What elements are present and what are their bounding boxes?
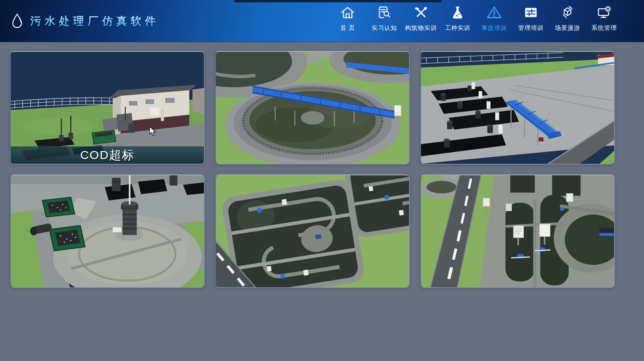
internship-icon	[376, 5, 392, 21]
nav-label: 工种实训	[445, 24, 470, 32]
nav-label: 构筑物实训	[405, 24, 437, 32]
nav-label: 管理培训	[518, 24, 544, 32]
nav-label: 首 页	[340, 24, 355, 32]
top-header: 污水处理厂仿真软件 首 页 实习认知	[0, 0, 644, 42]
app-logo: 污水处理厂仿真软件	[0, 0, 159, 42]
scene-card-digester[interactable]	[10, 175, 205, 288]
water-drop-icon	[10, 13, 24, 29]
main-nav: 首 页 实习认知 构筑物实训	[329, 0, 644, 42]
card-label: COD超标	[11, 146, 204, 164]
nav-label: 事故培训	[482, 24, 507, 32]
nav-item-7[interactable]: 系统管理	[586, 5, 622, 42]
scene-card-rect-tank[interactable]	[420, 51, 615, 165]
scene-card-ditch-road[interactable]	[420, 175, 615, 288]
app-title: 污水处理厂仿真软件	[30, 14, 159, 28]
clipped-top-banner	[234, 0, 442, 2]
scene-oxidation-ditch-aerial	[216, 175, 409, 287]
system-gear-icon	[596, 5, 612, 21]
home-icon	[340, 5, 356, 21]
sliders-icon	[523, 5, 539, 21]
nav-item-4[interactable]: 事故培训	[476, 5, 513, 42]
scene-card-ditch-aerial[interactable]	[215, 175, 410, 288]
scene-ditch-roadside	[421, 175, 614, 287]
green-dumpster	[92, 130, 116, 144]
cube-roam-icon	[560, 5, 575, 21]
nav-item-1[interactable]: 实习认知	[366, 5, 403, 42]
scene-digester-closeup	[11, 175, 204, 287]
main-clarifier-tank	[225, 82, 400, 164]
nav-item-3[interactable]: 工种实训	[439, 5, 476, 42]
scene-card-grid: COD超标	[10, 51, 625, 288]
nav-item-6[interactable]: 场景漫游	[549, 5, 586, 42]
warning-icon	[486, 5, 502, 21]
nav-item-5[interactable]: 管理培训	[513, 5, 549, 42]
scene-rectangular-tank	[421, 52, 614, 164]
nav-item-0[interactable]: 首 页	[329, 5, 366, 42]
nav-label: 场景漫游	[555, 24, 580, 32]
scene-circular-clarifier	[216, 52, 409, 164]
scene-card-cod[interactable]: COD超标	[10, 51, 205, 165]
nav-label: 实习认知	[372, 24, 397, 32]
nav-label: 系统管理	[591, 24, 617, 32]
scene-card-clarifier[interactable]	[215, 51, 410, 165]
nav-item-2[interactable]: 构筑物实训	[403, 5, 439, 42]
structures-icon	[413, 5, 429, 21]
flask-icon	[450, 5, 466, 21]
